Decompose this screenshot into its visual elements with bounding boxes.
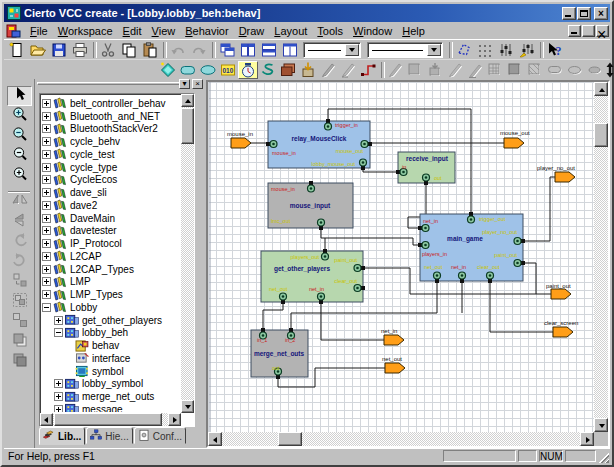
wire[interactable]: [523, 263, 536, 294]
port-pin[interactable]: [361, 266, 365, 270]
minimize-button[interactable]: [562, 7, 576, 20]
scroll-down-button[interactable]: [181, 400, 194, 413]
tree-item-DaveMain[interactable]: DaveMain: [41, 212, 180, 225]
dis-box-button[interactable]: [405, 61, 425, 79]
expand-toggle[interactable]: [42, 201, 51, 210]
chevron-down-icon[interactable]: [345, 44, 359, 56]
scroll-up-button[interactable]: [594, 82, 608, 96]
help-pointer-button[interactable]: ?: [544, 41, 565, 59]
pane-gripper[interactable]: [37, 82, 180, 85]
pane-menu-button[interactable]: ▾: [179, 79, 190, 89]
expand-toggle[interactable]: [42, 112, 51, 121]
expand-toggle[interactable]: [42, 265, 51, 274]
magnify-minus-button[interactable]: [7, 146, 32, 166]
scroll-thumb[interactable]: [594, 123, 608, 147]
dis-pen2-button[interactable]: [445, 61, 465, 79]
select-polygon-button[interactable]: [453, 41, 474, 59]
dis-oval-a-button[interactable]: [545, 61, 565, 79]
expand-toggle[interactable]: [42, 137, 51, 146]
tree-item-message[interactable]: message: [41, 403, 180, 412]
expand-toggle[interactable]: [42, 239, 51, 248]
wire[interactable]: [321, 302, 384, 340]
scroll-thumb[interactable]: [278, 432, 302, 446]
expand-toggle[interactable]: [42, 175, 51, 184]
maximize-button[interactable]: [577, 7, 591, 20]
canvas-vertical-scrollbar[interactable]: [594, 82, 608, 432]
zoom-in-button[interactable]: [7, 106, 32, 126]
expand-toggle[interactable]: [54, 379, 63, 388]
external-port-mouse_in[interactable]: [231, 138, 251, 148]
external-port-player_no_out[interactable]: [555, 172, 575, 182]
port-pin[interactable]: [418, 243, 422, 247]
menu-window[interactable]: Window: [348, 24, 397, 38]
timer-clock-button[interactable]: [238, 61, 258, 79]
tree-horizontal-scrollbar[interactable]: [40, 413, 181, 426]
tab-conf[interactable]: Conf...: [134, 427, 186, 444]
port-pin[interactable]: [368, 142, 372, 146]
send-back-button[interactable]: [7, 332, 32, 352]
settings-sliders-button[interactable]: [516, 41, 537, 59]
dis-oval-b-button[interactable]: [565, 61, 585, 79]
tree-vertical-scrollbar[interactable]: [181, 94, 194, 413]
close-button[interactable]: ×: [594, 7, 608, 20]
dis-box-arrow-button[interactable]: [425, 61, 445, 79]
tree-item-belt_controller_behav[interactable]: belt_controller_behav: [41, 97, 180, 110]
wire[interactable]: [263, 302, 283, 330]
port-pin[interactable]: [261, 328, 265, 332]
port-pin[interactable]: [319, 300, 323, 304]
port-pin[interactable]: [276, 375, 280, 379]
external-port-paint_out[interactable]: [551, 289, 571, 299]
tree-item-behav[interactable]: behav: [41, 339, 180, 352]
new-document-button[interactable]: [6, 41, 27, 59]
spring-connector-button[interactable]: [258, 61, 278, 79]
expand-toggle[interactable]: [42, 188, 51, 197]
expand-toggle[interactable]: [42, 163, 51, 172]
tree-item-LMP_Types[interactable]: LMP_Types: [41, 288, 180, 301]
external-port-mouse_out[interactable]: [504, 138, 524, 148]
external-port-net_out[interactable]: [385, 363, 405, 373]
collapse-toggle[interactable]: [54, 328, 63, 337]
scroll-left-button[interactable]: [208, 432, 222, 446]
scroll-right-button[interactable]: [168, 413, 181, 426]
tree-item-Bluetooth_and_NET[interactable]: Bluetooth_and_NET: [41, 110, 180, 123]
external-port-clear_screen[interactable]: [553, 327, 573, 337]
expand-toggle[interactable]: [42, 290, 51, 299]
collapse-toggle[interactable]: [42, 303, 51, 312]
print-button[interactable]: [69, 41, 90, 59]
window-split-vertical-button[interactable]: [279, 41, 300, 59]
tree-item-davetester[interactable]: davetester: [41, 225, 180, 238]
cut-scissors-button[interactable]: [97, 41, 118, 59]
group-shapes-button[interactable]: [7, 292, 32, 312]
rotate-right-button[interactable]: [7, 252, 32, 272]
menu-edit[interactable]: Edit: [118, 24, 147, 38]
connector-elbow-button[interactable]: [358, 61, 378, 79]
dis-fill-box-button[interactable]: [505, 61, 525, 79]
tab-lib[interactable]: Lib...: [39, 427, 85, 445]
redo-button[interactable]: [188, 41, 209, 59]
port-pin[interactable]: [266, 142, 270, 146]
window-tile-button[interactable]: [237, 41, 258, 59]
tree-item-lobby_symbol[interactable]: lobby_symbol: [41, 378, 180, 391]
expand-toggle[interactable]: [54, 405, 63, 412]
paste-clipboard-button[interactable]: [139, 41, 160, 59]
port-pin[interactable]: [319, 226, 323, 230]
menu-file[interactable]: File: [25, 24, 53, 38]
copy-button[interactable]: [118, 41, 139, 59]
wire[interactable]: [321, 228, 420, 245]
cursor-arrow-button[interactable]: [7, 86, 32, 106]
pen-gray-b-button[interactable]: [338, 61, 358, 79]
fill-style-combo[interactable]: [367, 42, 443, 58]
zoom-out-button[interactable]: [7, 126, 32, 146]
tree-item-IP_Protocol[interactable]: IP_Protocol: [41, 237, 180, 250]
scroll-thumb[interactable]: [54, 413, 162, 426]
code-chip-button[interactable]: 010: [218, 61, 238, 79]
tree-item-CycleEcos[interactable]: CycleEcos: [41, 174, 180, 187]
expand-toggle[interactable]: [42, 252, 51, 261]
behavior-diamond-button[interactable]: [158, 61, 178, 79]
line-style-combo[interactable]: [303, 42, 361, 58]
flip-horizontal-button[interactable]: [7, 192, 32, 212]
child-minimize-button[interactable]: [568, 25, 581, 37]
expand-toggle[interactable]: [42, 124, 51, 133]
expand-toggle[interactable]: [42, 99, 51, 108]
tree-item-L2CAP_Types[interactable]: L2CAP_Types: [41, 263, 180, 276]
